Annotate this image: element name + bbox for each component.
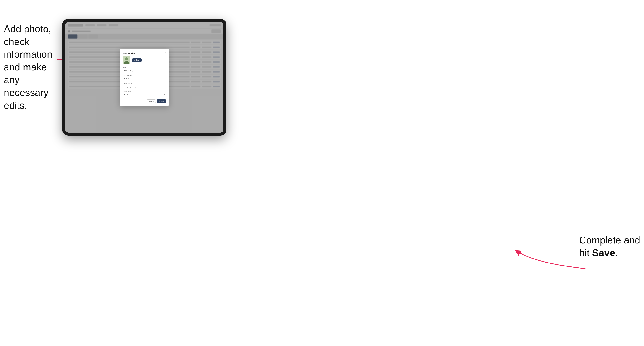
save-button[interactable]: ⬆ Save bbox=[157, 99, 166, 103]
school-year-label: School Year bbox=[123, 90, 166, 92]
cancel-button[interactable]: Cancel bbox=[147, 99, 156, 103]
display-name-label: Display name bbox=[123, 74, 166, 76]
tablet-screen: User details × Upload bbox=[65, 22, 224, 133]
annotation-right: Complete and hit Save. bbox=[579, 234, 640, 259]
arrow-right bbox=[514, 248, 589, 271]
upload-button[interactable]: Upload bbox=[132, 58, 142, 62]
name-field-group: Name bbox=[123, 66, 166, 73]
close-icon[interactable]: × bbox=[164, 52, 166, 54]
modal-title: User details bbox=[123, 52, 134, 54]
school-year-input[interactable] bbox=[123, 93, 166, 97]
school-year-wrapper: × ⌃ bbox=[123, 93, 166, 97]
name-label: Name bbox=[123, 66, 166, 68]
school-year-field-group: School Year × ⌃ bbox=[123, 90, 166, 97]
school-year-clear-icon[interactable]: × bbox=[162, 94, 164, 96]
modal-footer: Cancel ⬆ Save bbox=[123, 99, 166, 103]
tablet-device: User details × Upload bbox=[62, 19, 226, 136]
save-icon: ⬆ bbox=[159, 100, 160, 102]
email-label: Email address bbox=[123, 83, 166, 84]
email-input[interactable] bbox=[123, 85, 166, 89]
name-input[interactable] bbox=[123, 69, 166, 73]
school-year-controls: × ⌃ bbox=[162, 94, 165, 96]
display-name-field-group: Display name bbox=[123, 74, 166, 81]
modal-overlay: User details × Upload bbox=[65, 22, 224, 133]
annotation-left: Add photo, check information and make an… bbox=[4, 23, 56, 112]
school-year-arrow-icon[interactable]: ⌃ bbox=[164, 94, 165, 96]
svg-point-3 bbox=[125, 57, 128, 60]
user-details-modal: User details × Upload bbox=[120, 49, 169, 106]
save-button-label: Save bbox=[160, 100, 164, 102]
photo-section: Upload bbox=[123, 56, 166, 64]
display-name-input[interactable] bbox=[123, 77, 166, 81]
photo-thumbnail bbox=[123, 56, 130, 64]
email-field-group: Email address bbox=[123, 83, 166, 89]
modal-header: User details × bbox=[123, 52, 166, 54]
